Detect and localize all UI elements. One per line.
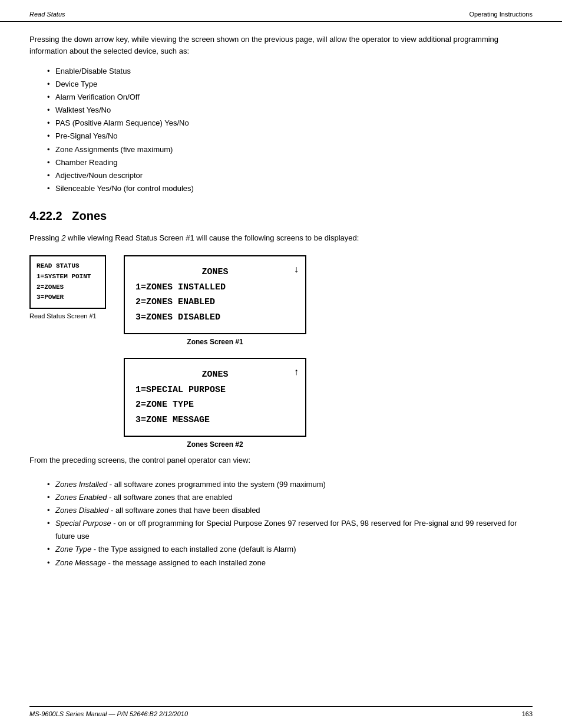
lcd-line: ZONES <box>135 367 295 383</box>
header-right: Operating Instructions <box>469 11 533 18</box>
section-number: 4.22.2 <box>29 209 62 222</box>
bullet-item: Walktest Yes/No <box>47 104 533 117</box>
lcd-line: 1=ZONES INSTALLED <box>135 280 295 295</box>
small-lcd-wrapper: READ STATUS1=SYSTEM POINT2=ZONES3=POWER … <box>29 255 106 319</box>
zones-screen2-wrapper: ZONES1=SPECIAL PURPOSE2=ZONE TYPE3=ZONE … <box>124 358 306 449</box>
small-lcd-screen: READ STATUS1=SYSTEM POINT2=ZONES3=POWER <box>29 255 106 308</box>
lcd-line: 3=ZONE MESSAGE <box>135 413 295 428</box>
screens-stack: ZONES1=ZONES INSTALLED2=ZONES ENABLED3=Z… <box>124 255 306 449</box>
bullet-item: Zone Assignments (five maximum) <box>47 143 533 156</box>
bullet-item: Chamber Reading <box>47 156 533 169</box>
desc-item: Zones Enabled - all software zones that … <box>47 491 533 504</box>
bullet-item: PAS (Positive Alarm Sequence) Yes/No <box>47 117 533 130</box>
zones-screen2: ZONES1=SPECIAL PURPOSE2=ZONE TYPE3=ZONE … <box>124 358 306 437</box>
bullet-item: Alarm Verification On/Off <box>47 91 533 104</box>
desc-item: Zone Type - the Type assigned to each in… <box>47 543 533 556</box>
desc-item: Zone Message - the message assigned to e… <box>47 556 533 569</box>
lcd-line: 2=ZONES <box>37 282 99 293</box>
bullet-item: Adjective/Noun descriptor <box>47 169 533 182</box>
section-title: Zones <box>72 209 107 222</box>
bullet-item: Pre-Signal Yes/No <box>47 130 533 143</box>
lcd-line: 1=SPECIAL PURPOSE <box>135 383 295 398</box>
lcd-line: 3=ZONES DISABLED <box>135 310 295 325</box>
bullet-item: Device Type <box>47 78 533 91</box>
desc-item: Zones Disabled - all software zones that… <box>47 504 533 517</box>
desc-list: Zones Installed - all software zones pro… <box>47 478 533 569</box>
lcd-line: 3=POWER <box>37 292 99 303</box>
lcd-line: ZONES <box>135 265 295 280</box>
small-lcd-label: Read Status Screen #1 <box>29 312 106 319</box>
screens-row: READ STATUS1=SYSTEM POINT2=ZONES3=POWER … <box>29 255 533 449</box>
page-container: Read Status Operating Instructions Press… <box>0 0 562 728</box>
desc-item: Zones Installed - all software zones pro… <box>47 478 533 491</box>
footer-left: MS-9600LS Series Manual — P/N 52646:B2 2… <box>29 710 188 717</box>
bullet-item: Silenceable Yes/No (for control modules) <box>47 182 533 195</box>
lcd-line: READ STATUS <box>37 261 99 272</box>
lcd-line: 1=SYSTEM POINT <box>37 272 99 282</box>
intro-paragraph: Pressing the down arrow key, while viewi… <box>29 34 533 57</box>
main-content: Pressing the down arrow key, while viewi… <box>0 34 562 617</box>
desc-item: Special Purpose - on or off programming … <box>47 517 533 543</box>
lcd-line: 2=ZONES ENABLED <box>135 295 295 310</box>
scroll-down-arrow: ↓ <box>293 262 299 278</box>
page-header: Read Status Operating Instructions <box>0 0 562 22</box>
desc-intro: From the preceding screens, the control … <box>29 454 533 466</box>
footer-right: 163 <box>522 710 533 717</box>
bullet-item: Enable/Disable Status <box>47 65 533 78</box>
bullet-list: Enable/Disable StatusDevice TypeAlarm Ve… <box>47 65 533 195</box>
zones-screen1-wrapper: ZONES1=ZONES INSTALLED2=ZONES ENABLED3=Z… <box>124 255 306 346</box>
lcd-line: 2=ZONE TYPE <box>135 397 295 413</box>
zones-screen1-label: Zones Screen #1 <box>187 338 243 346</box>
page-footer: MS-9600LS Series Manual — P/N 52646:B2 2… <box>29 706 533 717</box>
scroll-up-arrow: ↑ <box>293 365 299 381</box>
section-heading: 4.22.2 Zones <box>29 209 533 223</box>
zones-screen1: ZONES1=ZONES INSTALLED2=ZONES ENABLED3=Z… <box>124 255 306 334</box>
section-intro-text: Pressing 2 while viewing Read Status Scr… <box>29 232 533 244</box>
zones-screen2-label: Zones Screen #2 <box>187 440 243 449</box>
header-left: Read Status <box>29 11 65 18</box>
